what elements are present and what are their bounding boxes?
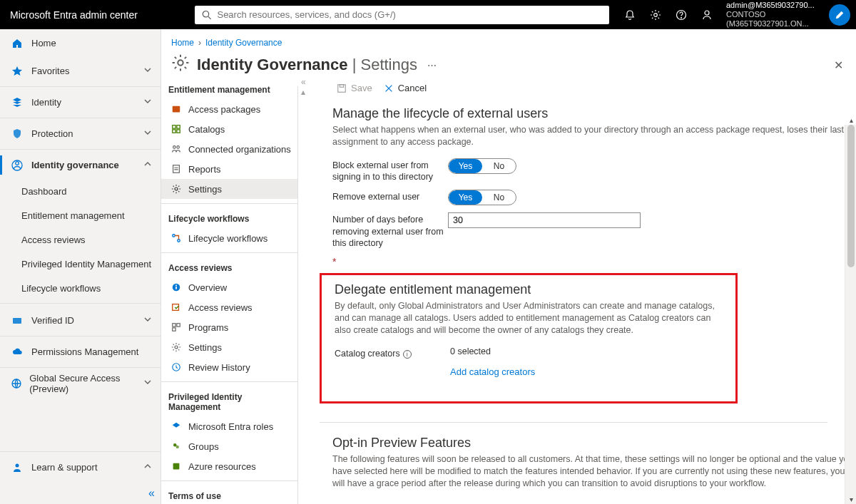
package-icon — [170, 103, 183, 115]
sidebar-item-protection[interactable]: Protection — [0, 120, 160, 148]
subnav-label: Overview — [188, 282, 227, 293]
svg-rect-18 — [173, 165, 180, 173]
subnav-label: Catalogs — [188, 124, 225, 135]
svg-point-19 — [175, 187, 178, 190]
days-input[interactable] — [448, 212, 641, 228]
subnav-label: Microsoft Entra roles — [188, 421, 273, 432]
notifications-icon[interactable] — [619, 4, 641, 26]
subnav-programs[interactable]: Programs — [161, 317, 297, 337]
subnav-overview[interactable]: Overview — [161, 277, 297, 297]
sidebar-item-label: Privileged Identity Management — [21, 259, 151, 269]
add-catalog-creators-link[interactable]: Add catalog creators — [450, 366, 535, 377]
subnav-label: Groups — [188, 441, 219, 452]
svg-point-21 — [178, 240, 180, 242]
secondary-sidebar: Entitlement management Access packages C… — [161, 72, 298, 504]
breadcrumb-ig[interactable]: Identity Governance — [205, 38, 282, 48]
sidebar-item-verified-id[interactable]: Verified ID — [0, 307, 160, 334]
subnav-review-history[interactable]: Review History — [161, 357, 297, 377]
svg-rect-23 — [175, 287, 177, 289]
more-icon[interactable]: ⋯ — [427, 60, 437, 71]
search-input[interactable] — [217, 9, 602, 20]
subnav-access-packages[interactable]: Access packages — [161, 99, 297, 119]
sidebar-item-learn[interactable]: Learn & support — [0, 453, 160, 481]
cancel-icon — [384, 83, 394, 93]
history-icon — [170, 361, 183, 374]
sidebar-sub-lifecycle[interactable]: Lifecycle workflows — [0, 276, 160, 300]
subnav-group-pim: Privileged Identity Management — [161, 382, 297, 416]
global-search[interactable] — [195, 6, 609, 24]
info-icon[interactable]: i — [403, 350, 412, 359]
scroll-down-icon[interactable]: ▾ — [845, 494, 856, 504]
subnav-label: Review History — [188, 362, 250, 373]
svg-rect-15 — [177, 130, 180, 133]
subnav-access-reviews2[interactable]: Access reviews — [161, 297, 297, 317]
collapse-sidebar-icon[interactable]: « — [148, 487, 155, 500]
sidebar-sub-entitlement[interactable]: Entitlement management — [0, 203, 160, 227]
sidebar-item-favorites[interactable]: Favorites — [0, 57, 160, 85]
block-user-toggle[interactable]: YesNo — [448, 158, 516, 174]
sidebar-sub-pim[interactable]: Privileged Identity Management — [0, 252, 160, 276]
chevron-up-icon — [143, 160, 152, 170]
sidebar-sub-dashboard[interactable]: Dashboard — [0, 179, 160, 203]
breadcrumb-home[interactable]: Home — [171, 38, 194, 48]
subnav-reports[interactable]: Reports — [161, 159, 297, 179]
save-label: Save — [351, 83, 372, 93]
subnav-lifecycle-workflows[interactable]: Lifecycle workflows — [161, 228, 297, 248]
settings-icon[interactable] — [645, 4, 666, 26]
sidebar-item-label: Global Secure Access (Preview) — [29, 373, 143, 394]
save-button[interactable]: Save — [332, 80, 377, 96]
subnav-label: Programs — [188, 322, 228, 333]
sidebar-item-permissions[interactable]: Permissions Management — [0, 338, 160, 366]
feedback-icon[interactable] — [696, 4, 718, 26]
section2-desc: By default, only Global Administrators a… — [335, 300, 723, 336]
account-info[interactable]: admin@M365t9032790... CONTOSO (M365T9032… — [722, 1, 829, 29]
sidebar-item-gsa[interactable]: Global Secure Access (Preview) — [0, 369, 160, 397]
person-icon — [10, 461, 24, 475]
product-name: Microsoft Entra admin center — [0, 9, 195, 21]
scrollbar[interactable]: ▴▾ — [845, 125, 856, 504]
scroll-up-icon[interactable]: ▴ — [845, 115, 856, 125]
catalog-creators-count: 0 selected — [450, 346, 491, 356]
sidebar-sub-access-reviews[interactable]: Access reviews — [0, 227, 160, 252]
days-label: Number of days before removing external … — [332, 212, 448, 249]
cancel-label: Cancel — [398, 83, 427, 93]
subnav-label: Azure resources — [188, 461, 256, 472]
svg-rect-26 — [173, 324, 175, 326]
close-icon[interactable]: ✕ — [834, 58, 843, 72]
primary-sidebar: Home Favorites Identity Protection Ident… — [0, 29, 161, 504]
account-email: admin@M365t9032790... — [726, 1, 823, 10]
subnav-label: Access packages — [188, 104, 260, 115]
sidebar-item-identity[interactable]: Identity — [0, 88, 160, 116]
sidebar-item-identity-governance[interactable]: Identity governance — [0, 151, 160, 179]
shield-icon — [10, 127, 24, 141]
help-icon[interactable] — [671, 4, 692, 26]
svg-point-29 — [175, 346, 178, 349]
subnav-catalogs[interactable]: Catalogs — [161, 119, 297, 139]
subnav-settings[interactable]: Settings — [161, 179, 297, 199]
sidebar-item-home[interactable]: Home — [0, 29, 160, 57]
svg-point-35 — [178, 60, 183, 65]
svg-point-5 — [705, 11, 709, 15]
chevron-down-icon — [143, 97, 152, 108]
groups-icon — [170, 440, 183, 453]
svg-rect-11 — [173, 106, 180, 113]
main-panel: ▴▾ «▴ Save Cancel Manage the lifecycle o… — [298, 77, 856, 504]
info-icon — [170, 281, 183, 294]
svg-rect-36 — [338, 84, 346, 92]
chevron-down-icon — [143, 378, 152, 389]
subnav-groups[interactable]: Groups — [161, 436, 297, 456]
avatar[interactable] — [829, 4, 850, 26]
svg-point-17 — [177, 146, 180, 149]
cancel-button[interactable]: Cancel — [379, 80, 431, 96]
svg-rect-27 — [177, 324, 180, 326]
svg-point-6 — [16, 161, 19, 165]
collapse-subnav-icon[interactable]: «▴ — [301, 77, 306, 97]
remove-user-toggle[interactable]: YesNo — [448, 190, 516, 205]
svg-point-2 — [654, 13, 658, 16]
org-icon — [170, 143, 183, 155]
topbar-icons — [615, 4, 722, 26]
subnav-entra-roles[interactable]: Microsoft Entra roles — [161, 416, 297, 436]
subnav-connected-orgs[interactable]: Connected organizations — [161, 139, 297, 159]
subnav-azure-resources[interactable]: Azure resources — [161, 456, 297, 476]
subnav-ar-settings[interactable]: Settings — [161, 337, 297, 357]
